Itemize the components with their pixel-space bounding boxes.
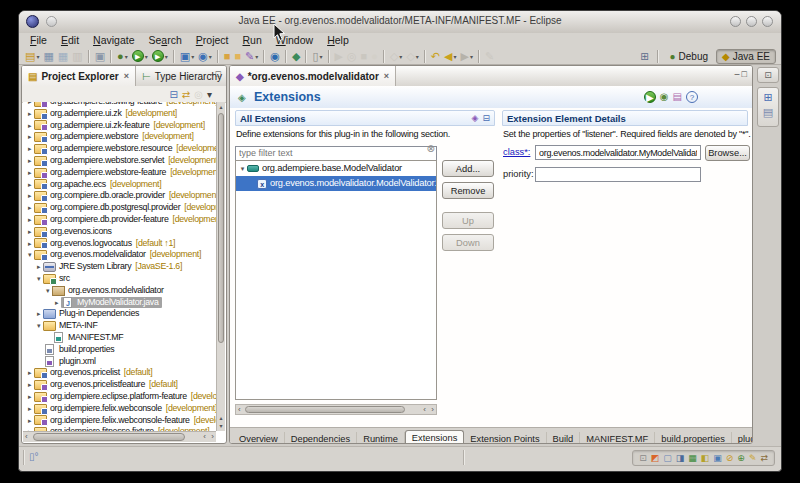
gear-icon[interactable]: ⊕ bbox=[735, 451, 747, 466]
menu-navigate[interactable]: Navigate bbox=[86, 33, 141, 47]
close-tab-icon[interactable]: × bbox=[384, 71, 389, 81]
run-extension-icon[interactable]: ▶ bbox=[642, 89, 658, 104]
tree-item[interactable]: ▸org.evenos.pricelistfeature[default] bbox=[23, 379, 216, 391]
scroll-right-icon[interactable]: › bbox=[431, 405, 434, 415]
tree-collapsed-arrow[interactable]: ▸ bbox=[25, 190, 34, 202]
tree-item[interactable]: ▾META-INF bbox=[23, 320, 216, 332]
extension-item[interactable]: org.evenos.modelvalidator.ModelValidator… bbox=[236, 176, 436, 191]
sync-icon[interactable]: ⇄ bbox=[758, 451, 770, 466]
new-java-ee-icon[interactable]: ▣▾ bbox=[178, 49, 196, 64]
run-icon[interactable]: ▶▾ bbox=[130, 49, 150, 64]
save-all-icon[interactable]: ▦ bbox=[56, 49, 70, 64]
tree-item[interactable]: ▾org.evenos.modelvalidator bbox=[23, 285, 216, 297]
open-folder-icon[interactable]: ■ bbox=[232, 49, 243, 64]
tree-item[interactable]: ▸org.adempiere.webstore.servlet[developm… bbox=[23, 155, 216, 167]
tree-expanded-arrow[interactable]: ▾ bbox=[43, 285, 52, 297]
tree-collapsed-arrow[interactable]: ▸ bbox=[25, 226, 34, 238]
tree-collapsed-arrow[interactable]: ▸ bbox=[25, 415, 34, 427]
page-tab-extensions[interactable]: Extensions bbox=[405, 430, 464, 444]
collapse-all-icon[interactable]: ⊟ bbox=[167, 87, 179, 102]
tree-item[interactable]: ▸org.idempiere.felix.webconsole-feature[… bbox=[23, 415, 216, 427]
help-icon[interactable]: ? bbox=[684, 89, 700, 104]
menu-search[interactable]: Search bbox=[142, 33, 189, 47]
tree-collapsed-arrow[interactable]: ▸ bbox=[34, 308, 43, 320]
tree-item[interactable]: ▸org.evenos.logvocatus[default ↑1] bbox=[23, 238, 216, 250]
tree-item[interactable]: ▸org.adempiere.webstore.resource[develop… bbox=[23, 143, 216, 155]
tree-expanded-arrow[interactable]: ▾ bbox=[238, 161, 247, 176]
add-button[interactable]: Add... bbox=[442, 160, 494, 177]
back-icon[interactable]: ◀▾ bbox=[442, 49, 458, 64]
annotate-icon[interactable]: ✎▾ bbox=[243, 49, 260, 64]
toolbox-icon[interactable]: ▣ bbox=[93, 49, 107, 64]
scroll-left2-icon[interactable]: ‹ bbox=[423, 405, 426, 415]
tree-item[interactable]: ▸MyModelValidator.java bbox=[23, 297, 216, 309]
editor-minmax-buttons[interactable]: –□ bbox=[735, 69, 749, 79]
focus-icon[interactable]: ◎ bbox=[192, 87, 205, 102]
tree-collapsed-arrow[interactable]: ▸ bbox=[25, 214, 34, 226]
scroll-left-icon[interactable]: ‹ bbox=[238, 405, 241, 415]
scroll-down-icon[interactable]: ▾ bbox=[217, 422, 225, 430]
explorer-hscrollbar[interactable]: ‹ ‹ › bbox=[23, 431, 216, 442]
minimize-button[interactable] bbox=[730, 16, 741, 27]
menu-project[interactable]: Project bbox=[189, 33, 236, 47]
restore-pane-button[interactable]: ⊡ bbox=[757, 67, 779, 83]
page-tab-build-properties[interactable]: build.properties bbox=[655, 432, 732, 444]
extensions-hscrollbar[interactable]: ‹ ‹ › bbox=[235, 404, 437, 415]
maximize-button[interactable] bbox=[746, 16, 757, 27]
tree-item[interactable]: ▸org.idempiere.eclipse.platform-feature[… bbox=[23, 391, 216, 403]
editor-tab[interactable]: ◆ *org.evenos.modelvalidator × bbox=[230, 66, 396, 86]
debug-last-icon[interactable]: ◎ bbox=[345, 49, 359, 64]
tree-collapsed-arrow[interactable]: ▸ bbox=[25, 391, 34, 403]
priority-input[interactable] bbox=[535, 167, 701, 182]
scroll-right-icon[interactable]: › bbox=[211, 432, 214, 442]
close-button[interactable] bbox=[762, 16, 773, 27]
close-view-icon[interactable]: × bbox=[124, 71, 129, 81]
stop-icon[interactable]: ■ bbox=[359, 49, 370, 64]
tree-collapsed-arrow[interactable]: ▸ bbox=[25, 108, 34, 120]
tree-item[interactable]: ▸org.compiere.db.postgresql.provider[dev… bbox=[23, 202, 216, 214]
tree-collapsed-arrow[interactable]: ▸ bbox=[34, 261, 43, 273]
tree-item[interactable]: ▸org.compiere.db.oracle.provider[develop… bbox=[23, 190, 216, 202]
titlebar[interactable]: Java EE - org.evenos.modelvalidator/META… bbox=[19, 11, 781, 34]
key-icon[interactable]: ⊘ bbox=[724, 451, 736, 466]
menu-run[interactable]: Run bbox=[235, 33, 268, 47]
next-annotation-icon[interactable]: ◇▾ bbox=[404, 49, 420, 64]
tree-collapsed-arrow[interactable]: ▸ bbox=[25, 367, 34, 379]
class-link[interactable]: class*: bbox=[503, 147, 530, 157]
tree-item[interactable]: ▸org.adempiere.webstore[development] bbox=[23, 131, 216, 143]
tree-item[interactable]: ▸org.evenos.icons bbox=[23, 226, 216, 238]
page-tab-extension-points[interactable]: Extension Points bbox=[464, 432, 546, 444]
menu-file[interactable]: File bbox=[23, 33, 54, 47]
tree-item[interactable]: ▸JRE System Library[JavaSE-1.6] bbox=[23, 261, 216, 273]
page-tab-manifest-mf[interactable]: MANIFEST.MF bbox=[580, 432, 655, 444]
tree-collapsed-arrow[interactable]: ▸ bbox=[25, 143, 34, 155]
run-last-icon[interactable]: ▶ bbox=[333, 49, 345, 64]
view-minmax-buttons[interactable]: –□ bbox=[209, 69, 223, 79]
tree-item[interactable]: ▸org.apache.ecs[development] bbox=[23, 179, 216, 191]
menu-edit[interactable]: Edit bbox=[54, 33, 86, 47]
monitor-icon[interactable]: ▣ bbox=[711, 451, 724, 466]
snippets-icon[interactable]: ▤ bbox=[761, 105, 775, 120]
collapse-all-icon[interactable]: ⊟ bbox=[480, 111, 492, 126]
scroll-left-icon[interactable]: ‹ bbox=[25, 432, 28, 442]
scroll-up2-icon[interactable]: ▴ bbox=[217, 414, 225, 422]
tree-collapsed-arrow[interactable]: ▸ bbox=[25, 179, 34, 191]
scroll-up-icon[interactable]: ▴ bbox=[217, 103, 225, 111]
tree-expanded-arrow[interactable]: ▾ bbox=[34, 320, 43, 332]
last-edit-location-icon[interactable]: ↶ bbox=[429, 49, 442, 64]
chart-icon[interactable]: ◧ bbox=[699, 451, 712, 466]
java-persistence-icon[interactable]: ◆ bbox=[290, 49, 302, 64]
tree-item[interactable]: ▸org.idempiere.felix.webconsole[developm… bbox=[23, 403, 216, 415]
window-menu-button[interactable] bbox=[46, 16, 57, 27]
full-description-icon[interactable]: ◈ bbox=[470, 111, 481, 126]
tree-item[interactable]: ▾org.evenos.modelvalidator[development] bbox=[23, 249, 216, 261]
tree-item[interactable]: ▸org.adempiere.ui.zk[development] bbox=[23, 108, 216, 120]
view-menu-icon[interactable]: ▾ bbox=[205, 87, 214, 102]
page-tab-dependencies[interactable]: Dependencies bbox=[285, 432, 357, 444]
tree-item[interactable]: build.properties bbox=[23, 344, 216, 356]
page-tab-plugin-xml[interactable]: plugin.xml bbox=[732, 432, 753, 444]
table-icon[interactable]: ▦ bbox=[686, 451, 699, 466]
browser-wizard-icon[interactable]: ◉▾ bbox=[196, 49, 214, 64]
perspective-javaee[interactable]: ◆Java EE bbox=[716, 49, 776, 64]
scroll-thumb[interactable] bbox=[245, 406, 405, 413]
